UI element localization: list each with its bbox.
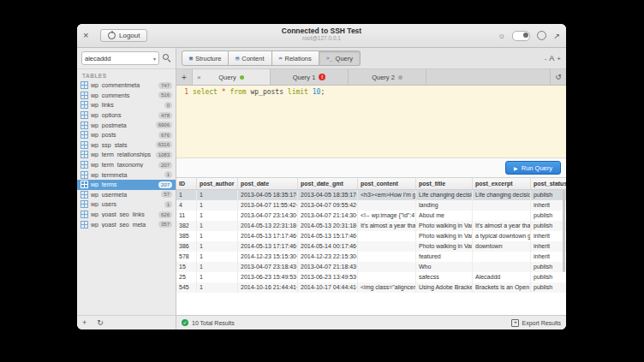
font-decrease-button[interactable]: -: [545, 55, 547, 62]
sidebar-item-wp_termmeta[interactable]: wp_termmeta1: [77, 169, 176, 180]
sidebar-item-wp_terms[interactable]: wp_terms207: [77, 180, 176, 190]
table-cell: Life changing decisions. I: [473, 190, 531, 200]
code-row: 1 select * from wp_posts limit 10;: [176, 87, 566, 97]
table-search-input[interactable]: alecaddd ▾: [81, 51, 159, 65]
column-header-post_date[interactable]: post_date: [238, 178, 298, 189]
results-header: IDpost_authorpost_datepost_date_gmtpost_…: [176, 178, 566, 190]
column-header-post_title[interactable]: post_title: [416, 178, 473, 189]
sidebar-item-wp_postmeta[interactable]: wp_postmeta6906: [77, 120, 176, 130]
query-editor[interactable]: 1 select * from wp_posts limit 10;: [176, 86, 566, 157]
table-cell: <!-- wp:image {"id":4786}: [358, 211, 416, 221]
table-cell: 545: [176, 282, 197, 293]
row-count-badge: 676: [158, 132, 172, 139]
table-icon: [80, 171, 88, 179]
sidebar-item-wp_ssp_stats[interactable]: wp_ssp_stats6316: [77, 140, 176, 151]
table-cell: publish: [531, 282, 566, 293]
column-header-post_author[interactable]: post_author: [197, 178, 238, 189]
window-close-icon[interactable]: ×: [83, 31, 93, 40]
table-row[interactable]: 2512013-06-23 15:49:53+02013-06-23 13:49…: [176, 272, 566, 282]
table-icon: [80, 151, 88, 158]
refresh-icon[interactable]: ↻: [97, 318, 104, 327]
column-header-post_excerpt[interactable]: post_excerpt: [473, 178, 531, 189]
new-tab-button[interactable]: +: [176, 69, 193, 85]
history-icon[interactable]: ↺: [550, 69, 566, 85]
sidebar-item-wp_posts[interactable]: wp_posts676: [77, 130, 176, 140]
table-cell: About me: [416, 211, 473, 221]
close-tab-icon[interactable]: ×: [197, 74, 201, 81]
statusbar: ✓ 10 Total Results Export Results: [176, 315, 566, 329]
table-cell: 2014-05-13 22:31:18+0: [238, 221, 298, 231]
table-cell: 15: [176, 262, 197, 272]
sidebar-item-wp_users[interactable]: wp_users1: [77, 199, 176, 210]
sidebar-footer: + ↻: [77, 315, 176, 329]
status-circle-icon[interactable]: [537, 31, 546, 40]
table-name: wp_commentmeta: [91, 82, 156, 88]
view-button-relations[interactable]: ∞Relations: [272, 50, 319, 66]
column-header-post_status[interactable]: post_status: [531, 178, 566, 189]
search-icon[interactable]: [163, 54, 171, 62]
column-header-post_date_gmt[interactable]: post_date_gmt: [298, 178, 358, 189]
table-row[interactable]: 112013-04-05 18:35:17+02013-04-05 18:35:…: [176, 190, 566, 200]
table-icon: [80, 191, 88, 199]
sidebar-item-wp_links[interactable]: wp_links0: [77, 100, 176, 110]
play-icon: ▶: [514, 165, 518, 171]
table-row[interactable]: 38612014-05-13 17:17:46+02014-05-14 00:1…: [176, 241, 566, 252]
table-cell: 4: [176, 200, 197, 211]
row-count-badge: 207: [158, 162, 172, 169]
view-button-content[interactable]: ▤Content: [229, 50, 271, 66]
row-count-badge: 57: [161, 191, 172, 198]
tab-label: Query 2: [372, 74, 395, 81]
table-row[interactable]: 1512013-04-07 23:18:43+02013-04-07 21:18…: [176, 262, 566, 272]
table-cell: 2013-04-07 21:18:43+0: [298, 262, 358, 272]
sidebar-item-wp_yoast_seo_links[interactable]: wp_yoast_seo_links626: [77, 210, 176, 220]
sidebar-item-wp_usermeta[interactable]: wp_usermeta57: [77, 190, 176, 200]
table-name: wp_comments: [91, 92, 156, 98]
dark-mode-toggle[interactable]: [512, 31, 530, 41]
table-cell: 1: [176, 190, 197, 200]
query-icon: >_: [326, 55, 333, 62]
chevron-down-icon: ▾: [153, 56, 156, 62]
export-results-button[interactable]: Export Results: [511, 319, 561, 327]
table-row[interactable]: 1112013-04-07 23:14:30+02013-04-07 21:14…: [176, 211, 566, 221]
table-icon: [80, 131, 88, 139]
maximize-icon[interactable]: ↗: [553, 32, 560, 40]
table-row[interactable]: 38212014-05-13 22:31:18+02014-05-13 20:3…: [176, 221, 566, 231]
table-row[interactable]: 54512014-10-16 21:44:41+02014-10-17 04:4…: [176, 282, 566, 293]
success-check-icon: ✓: [182, 319, 188, 326]
theme-icon[interactable]: ☼: [498, 32, 505, 40]
row-count-badge: 516: [158, 92, 172, 98]
scrollbar[interactable]: [563, 190, 565, 272]
tab-label: Query: [218, 74, 236, 81]
table-row[interactable]: 38512014-05-13 17:17:46+02014-05-13 15:1…: [176, 231, 566, 241]
table-cell: <img class="aligncenter s: [358, 282, 416, 293]
column-header-post_content[interactable]: post_content: [358, 178, 416, 189]
sidebar-item-wp_term_taxonomy[interactable]: wp_term_taxonomy207: [77, 160, 176, 170]
view-button-structure[interactable]: ▦Structure: [182, 50, 229, 66]
view-button-query[interactable]: >_Query: [319, 50, 361, 66]
row-count-badge: 0: [164, 102, 172, 109]
tab-status-error-icon: !: [319, 74, 325, 80]
table-row[interactable]: 57812014-12-23 15:15:30+02014-12-23 22:1…: [176, 252, 566, 262]
sidebar-item-wp_options[interactable]: wp_options478: [77, 110, 176, 121]
table-cell: [358, 241, 416, 252]
sidebar-item-wp_comments[interactable]: wp_comments516: [77, 91, 176, 101]
results-filler: [176, 293, 566, 315]
run-query-button[interactable]: ▶ Run Query: [505, 161, 561, 175]
table-row[interactable]: 412013-04-07 11:55:42+02013-04-07 09:55:…: [176, 200, 566, 211]
row-count-badge: 626: [158, 211, 172, 218]
sidebar-item-wp_commentmeta[interactable]: wp_commentmeta747: [77, 80, 176, 91]
font-increase-button[interactable]: +: [557, 55, 561, 62]
add-table-icon[interactable]: +: [82, 318, 86, 327]
font-size-control: - A +: [545, 54, 561, 62]
table-cell: Using Adobe Brackets as: [416, 282, 473, 293]
tab-query[interactable]: ×Query: [193, 69, 271, 85]
headerbar: × Logout Connected to SSH Test root@127.…: [77, 24, 566, 48]
logout-button[interactable]: Logout: [100, 29, 147, 42]
column-header-id[interactable]: ID: [176, 178, 197, 189]
sidebar-item-wp_yoast_seo_meta[interactable]: wp_yoast_seo_meta357: [77, 219, 176, 229]
table-cell: [473, 200, 531, 211]
tab-query-1[interactable]: Query 1!: [271, 69, 349, 85]
table-cell: 2014-05-13 15:17:46+0: [298, 231, 358, 241]
tab-query-2[interactable]: Query 2: [349, 69, 426, 85]
sidebar-item-wp_term_relationships[interactable]: wp_term_relationships1083: [77, 150, 176, 160]
